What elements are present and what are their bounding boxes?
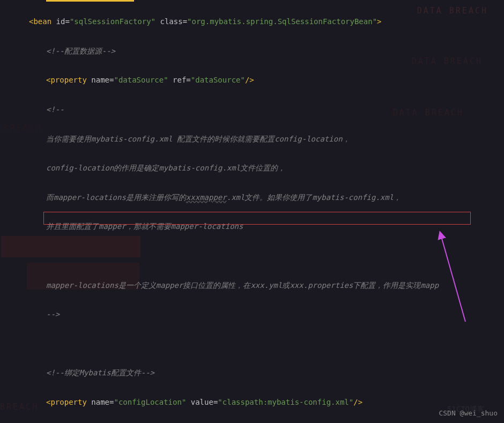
code-line: <property name="configLocation" value="c… — [12, 395, 504, 410]
code-line: <!-- — [12, 102, 504, 117]
code-line: <bean id="sqlSessionFactory" class="org.… — [12, 14, 504, 29]
code-line: <!--绑定Mybatis配置文件--> — [12, 366, 504, 380]
blank-line — [12, 249, 504, 263]
code-line: 并且里面配置了mapper，那就不需要mapper-locations — [12, 219, 504, 234]
code-line: 而mapper-locations是用来注册你写的xxxmapper.xml文件… — [12, 190, 504, 205]
code-editor[interactable]: <bean id="sqlSessionFactory" class="org.… — [0, 0, 504, 423]
code-line: --> — [12, 307, 504, 322]
blank-line — [12, 337, 504, 351]
code-line: 当你需要使用mybatis-config.xml 配置文件的时候你就需要配置co… — [12, 132, 504, 146]
code-line: <property name="dataSource" ref="dataSou… — [12, 73, 504, 87]
code-line: config-location的作用是确定mybatis-config.xml文… — [12, 161, 504, 175]
watermark-text: CSDN @wei_shuo — [439, 406, 498, 420]
code-line: <!--配置数据源--> — [12, 44, 504, 58]
code-line: mapper-locations是一个定义mapper接口位置的属性，在xxx.… — [12, 278, 504, 293]
